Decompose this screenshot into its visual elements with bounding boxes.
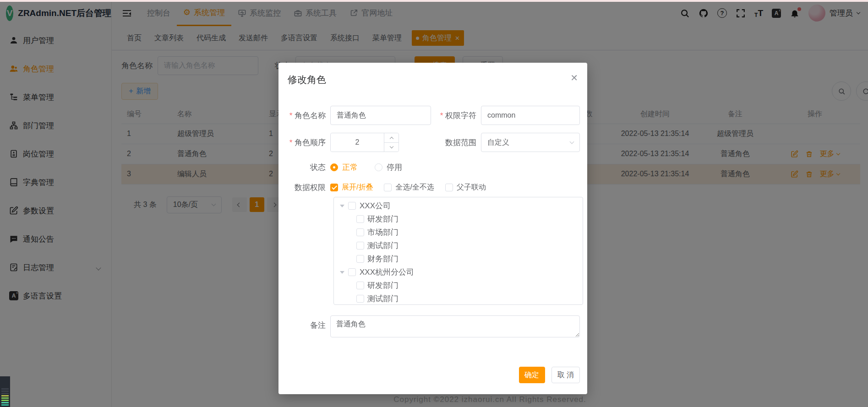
department-tree: XXX公司 研发部门 市场部门 测试部门 财务部门 XXX杭州分公司	[333, 197, 583, 305]
tree-checkbox[interactable]	[348, 202, 356, 210]
role-name-input[interactable]	[330, 106, 431, 125]
role-name-label: 角色名称	[282, 110, 330, 121]
tree-checkbox[interactable]	[356, 242, 364, 250]
tree-checkbox[interactable]	[356, 295, 364, 303]
remark-textarea[interactable]: 普通角色	[330, 315, 580, 337]
close-icon[interactable]: ✕	[570, 73, 578, 82]
perf-monitor-widget[interactable]	[0, 376, 10, 407]
status-label: 状态	[282, 162, 330, 173]
top-edge-strip	[0, 0, 868, 2]
caret-down-icon[interactable]	[340, 205, 344, 207]
data-scope-select[interactable]: 自定义	[481, 133, 580, 152]
increase-icon[interactable]	[384, 133, 399, 142]
tree-node[interactable]: 测试部门	[334, 239, 583, 252]
tree-node[interactable]: 研发部门	[334, 212, 583, 226]
status-radio-normal[interactable]	[330, 163, 338, 171]
remark-label: 备注	[282, 320, 330, 331]
status-radio-disabled[interactable]	[375, 163, 382, 171]
dialog-header: 修改角色 ✕	[278, 63, 587, 86]
tree-node[interactable]: 研发部门	[334, 279, 583, 292]
status-normal-label: 正常	[342, 162, 358, 173]
decrease-icon[interactable]	[384, 142, 399, 152]
role-order-stepper	[330, 133, 399, 152]
status-disabled-label: 停用	[387, 162, 402, 173]
data-perm-label: 数据权限	[282, 182, 330, 193]
tree-node[interactable]: XXX杭州分公司	[334, 266, 583, 279]
parent-child-link-checkbox[interactable]	[445, 184, 453, 191]
dialog-footer: 确定 取 消	[519, 367, 580, 383]
edit-role-dialog: 修改角色 ✕ 角色名称 权限字符 角色顺序 数据范围 自定义 状态	[278, 63, 587, 394]
chevron-down-icon	[570, 140, 574, 144]
remark-row: 备注 普通角色	[282, 315, 580, 337]
tree-checkbox[interactable]	[356, 282, 364, 289]
tree-node[interactable]: XXX公司	[334, 199, 583, 212]
expand-collapse-checkbox[interactable]	[330, 184, 338, 191]
tree-node[interactable]: 财务部门	[334, 252, 583, 266]
tree-checkbox[interactable]	[348, 268, 356, 276]
tree-node[interactable]: 市场部门	[334, 226, 583, 239]
tree-node[interactable]: 测试部门	[334, 292, 583, 305]
tree-checkbox[interactable]	[356, 255, 364, 263]
select-all-checkbox[interactable]	[384, 184, 392, 191]
dialog-body: 角色名称 权限字符 角色顺序 数据范围 自定义 状态 正常 停	[278, 86, 587, 337]
dialog-title: 修改角色	[288, 73, 326, 86]
tree-checkbox[interactable]	[356, 228, 364, 236]
role-order-label: 角色顺序	[282, 137, 330, 148]
cancel-button[interactable]: 取 消	[551, 367, 580, 383]
perm-char-label: 权限字符	[431, 110, 481, 121]
confirm-button[interactable]: 确定	[519, 367, 545, 383]
tree-checkbox[interactable]	[356, 215, 364, 223]
caret-down-icon[interactable]	[340, 271, 344, 274]
perm-char-input[interactable]	[481, 106, 580, 125]
role-order-input[interactable]	[331, 133, 384, 152]
data-scope-label: 数据范围	[399, 137, 481, 148]
